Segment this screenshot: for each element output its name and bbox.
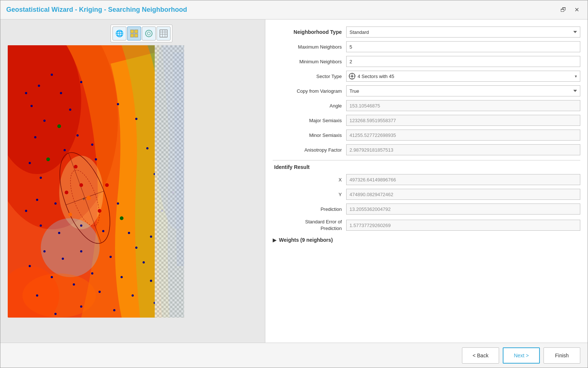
x-coord-input <box>346 174 580 185</box>
anisotropy-row: Anisotropy Factor <box>273 143 580 156</box>
svg-point-59 <box>36 294 38 297</box>
svg-point-33 <box>91 144 93 146</box>
circle-view-button[interactable] <box>142 26 156 40</box>
svg-point-34 <box>64 149 66 151</box>
identify-result-section: Identify Result X Y Prediction Standard … <box>273 164 580 232</box>
svg-point-63 <box>113 309 115 311</box>
copy-variogram-row: Copy from Variogram True False <box>273 84 580 98</box>
anisotropy-label: Anisotropy Factor <box>273 147 346 153</box>
minor-semiaxis-row: Minor Semiaxis <box>273 128 580 142</box>
svg-point-65 <box>117 103 119 105</box>
svg-point-43 <box>128 232 130 234</box>
svg-point-71 <box>29 162 31 164</box>
svg-point-83 <box>68 213 72 216</box>
svg-point-66 <box>135 118 137 120</box>
weights-section[interactable]: ▶ Weights (9 neighbors) <box>273 235 580 245</box>
weights-expand-arrow: ▶ <box>273 237 277 243</box>
weights-label: Weights (9 neighbors) <box>279 237 333 243</box>
title-controls: 🗗 ✕ <box>558 5 582 15</box>
grid-view-button[interactable] <box>127 26 141 40</box>
svg-point-72 <box>25 210 27 212</box>
svg-point-58 <box>132 294 134 297</box>
map-canvas[interactable]: + <box>8 45 184 318</box>
svg-point-77 <box>74 165 78 169</box>
svg-point-45 <box>135 247 137 249</box>
sector-icon <box>348 72 356 80</box>
svg-point-29 <box>69 109 71 111</box>
svg-point-47 <box>62 258 64 260</box>
globe-view-button[interactable]: 🌐 <box>112 26 126 40</box>
title-prefix: Geostatistical Wizard - Kriging - <box>6 6 108 13</box>
svg-rect-3 <box>135 34 138 37</box>
svg-point-70 <box>150 236 152 238</box>
svg-point-28 <box>31 105 33 107</box>
angle-label: Angle <box>273 103 346 109</box>
svg-point-75 <box>46 158 50 161</box>
close-button[interactable]: ✕ <box>571 5 582 15</box>
svg-point-44 <box>40 224 42 227</box>
y-coord-input <box>346 189 580 200</box>
min-neighbors-input[interactable] <box>346 56 580 67</box>
svg-point-62 <box>54 313 57 315</box>
anisotropy-input <box>346 144 580 155</box>
neighborhood-type-label: Neighborhood Type <box>273 29 346 35</box>
sector-type-row: Sector Type 4 Sectors <box>273 70 580 83</box>
svg-point-40 <box>80 224 82 227</box>
svg-text:+: + <box>82 196 85 202</box>
min-neighbors-label: Minimum Neighbors <box>273 59 346 64</box>
svg-point-56 <box>29 265 31 267</box>
sector-type-wrapper: 4 Sectors with 45 4 Sectors 8 Sectors 1 … <box>346 71 580 82</box>
std-error-input <box>346 220 580 231</box>
svg-point-27 <box>80 81 82 83</box>
svg-point-48 <box>110 256 112 258</box>
sector-type-select[interactable]: 4 Sectors with 45 4 Sectors 8 Sectors 1 … <box>356 71 580 81</box>
neighborhood-type-select[interactable]: Standard Smooth <box>346 26 580 38</box>
neighborhood-type-section: Neighborhood Type Standard Smooth Maximu… <box>273 25 580 156</box>
max-neighbors-label: Maximum Neighbors <box>273 44 346 50</box>
x-coord-label: X <box>273 177 346 183</box>
svg-point-46 <box>80 250 82 252</box>
max-neighbors-row: Maximum Neighbors <box>273 40 580 53</box>
svg-point-49 <box>43 250 46 252</box>
svg-point-82 <box>86 196 91 200</box>
svg-point-5 <box>147 32 150 35</box>
svg-rect-0 <box>130 30 134 33</box>
svg-point-38 <box>117 202 119 205</box>
next-button[interactable]: Next > <box>503 347 540 364</box>
svg-point-24 <box>51 74 53 76</box>
map-outside-area <box>155 45 184 318</box>
svg-point-64 <box>25 92 27 94</box>
svg-point-26 <box>60 92 62 94</box>
svg-rect-2 <box>130 34 134 37</box>
svg-point-16 <box>41 218 100 277</box>
title-bar: Geostatistical Wizard - Kriging - Search… <box>0 0 588 20</box>
svg-point-80 <box>105 183 109 187</box>
svg-point-76 <box>120 216 123 220</box>
angle-row: Angle <box>273 99 580 112</box>
copy-variogram-select[interactable]: True False <box>346 85 580 96</box>
svg-point-54 <box>73 283 75 286</box>
table-view-button[interactable] <box>157 26 171 40</box>
svg-rect-6 <box>160 30 167 37</box>
restore-button[interactable]: 🗗 <box>558 5 569 15</box>
svg-point-79 <box>65 191 68 194</box>
svg-point-41 <box>58 232 60 234</box>
map-toolbar: 🌐 <box>111 25 172 42</box>
finish-button[interactable]: Finish <box>544 347 580 364</box>
svg-point-4 <box>146 30 152 37</box>
svg-point-88 <box>351 75 353 77</box>
svg-point-52 <box>121 276 123 278</box>
svg-point-51 <box>91 272 93 275</box>
svg-rect-1 <box>135 30 138 33</box>
minor-semiaxis-input <box>346 130 580 141</box>
prediction-input <box>346 204 580 215</box>
content-area: 🌐 <box>0 20 588 343</box>
neighborhood-type-row: Neighborhood Type Standard Smooth <box>273 25 580 39</box>
svg-point-32 <box>34 136 36 138</box>
back-button[interactable]: < Back <box>462 347 499 364</box>
svg-point-81 <box>98 209 101 213</box>
svg-point-35 <box>95 158 97 160</box>
max-neighbors-input[interactable] <box>346 41 580 52</box>
identify-result-title: Identify Result <box>273 164 580 170</box>
minor-semiaxis-label: Minor Semiaxis <box>273 132 346 138</box>
